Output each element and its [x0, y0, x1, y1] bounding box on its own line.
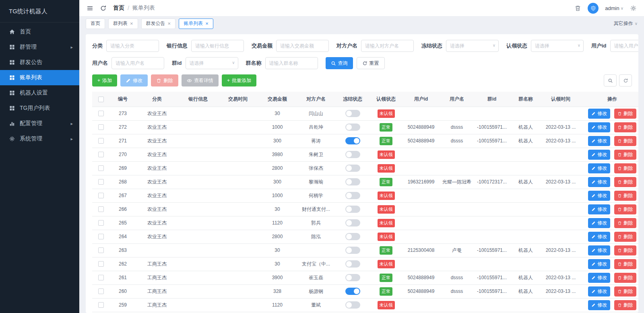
frozen-toggle[interactable] — [345, 192, 360, 199]
row-delete-button[interactable]: 删除 — [614, 204, 636, 214]
frozen-toggle[interactable] — [345, 260, 360, 268]
row-checkbox[interactable] — [98, 275, 104, 280]
row-edit-button[interactable]: 修改 — [588, 259, 610, 269]
frozen-toggle[interactable] — [345, 124, 360, 131]
frozen-toggle[interactable] — [345, 301, 360, 309]
sidebar-item[interactable]: 首页 ▸ — [0, 24, 79, 39]
row-checkbox[interactable] — [98, 179, 104, 185]
row-edit-button[interactable]: 修改 — [588, 122, 610, 132]
frozen-toggle[interactable] — [345, 110, 360, 117]
row-checkbox[interactable] — [98, 165, 104, 171]
row-checkbox[interactable] — [98, 234, 104, 239]
row-delete-button[interactable]: 删除 — [614, 245, 636, 255]
row-edit-button[interactable]: 修改 — [588, 191, 610, 201]
table-refresh-button[interactable] — [619, 74, 632, 86]
row-edit-button[interactable]: 修改 — [588, 232, 610, 242]
row-delete-button[interactable]: 删除 — [614, 259, 636, 269]
row-delete-button[interactable]: 删除 — [614, 218, 636, 228]
frozen-toggle[interactable] — [345, 247, 360, 254]
row-delete-button[interactable]: 删除 — [614, 136, 636, 146]
frozen-toggle[interactable] — [345, 206, 360, 213]
frozen-toggle[interactable] — [345, 151, 360, 158]
select-all-checkbox[interactable] — [98, 97, 104, 102]
row-edit-button[interactable]: 修改 — [588, 204, 610, 214]
row-checkbox[interactable] — [98, 302, 104, 308]
row-delete-button[interactable]: 删除 — [614, 163, 636, 173]
avatar[interactable] — [588, 3, 599, 14]
refresh-icon[interactable] — [100, 5, 107, 12]
row-delete-button[interactable]: 删除 — [614, 177, 636, 187]
view-detail-button[interactable]: 查看详情 — [182, 74, 219, 86]
sidebar-item[interactable]: 系统管理 ▸ — [0, 131, 79, 146]
row-delete-button[interactable]: 删除 — [614, 232, 636, 242]
row-edit-button[interactable]: 修改 — [588, 163, 610, 173]
row-checkbox[interactable] — [98, 288, 104, 294]
filter-input[interactable] — [361, 40, 414, 52]
row-checkbox[interactable] — [98, 124, 104, 130]
row-edit-button[interactable]: 修改 — [588, 218, 610, 228]
breadcrumb-home[interactable]: 首页 — [113, 4, 124, 12]
row-delete-button[interactable]: 删除 — [614, 286, 636, 297]
frozen-toggle[interactable] — [345, 274, 360, 281]
sidebar-item[interactable]: 账单列表 ▸ — [0, 70, 79, 85]
filter-input[interactable] — [186, 57, 238, 69]
frozen-toggle[interactable] — [345, 178, 360, 185]
row-edit-button[interactable]: 修改 — [588, 136, 610, 146]
filter-input[interactable] — [106, 40, 159, 52]
filter-input[interactable] — [191, 40, 244, 52]
row-delete-button[interactable]: 删除 — [614, 191, 636, 201]
filter-input[interactable] — [610, 40, 638, 52]
trash-icon[interactable] — [574, 5, 581, 12]
sidebar-item[interactable]: 群发公告 ▸ — [0, 55, 79, 70]
tab-close-icon[interactable]: × — [205, 21, 208, 26]
page-tab[interactable]: 首页 × — [86, 19, 105, 29]
sidebar-item[interactable]: 群管理 ▸ — [0, 39, 79, 55]
tab-close-icon[interactable]: × — [168, 21, 171, 26]
row-edit-button[interactable]: 修改 — [588, 273, 610, 283]
more-operations-dropdown[interactable]: 其它操作 ∨ — [614, 20, 638, 27]
tab-close-icon[interactable]: × — [130, 21, 133, 26]
sidebar-item[interactable]: TG用户列表 ▸ — [0, 101, 79, 116]
add-button[interactable]: + 添加 — [92, 74, 117, 86]
page-tab[interactable]: 账单列表 × — [179, 19, 213, 29]
frozen-toggle[interactable] — [345, 165, 360, 172]
frozen-toggle[interactable] — [345, 288, 360, 295]
search-button[interactable]: 查询 — [326, 57, 353, 69]
filter-input[interactable] — [446, 40, 499, 52]
row-checkbox[interactable] — [98, 152, 104, 157]
table-search-toggle-button[interactable] — [604, 74, 617, 86]
row-edit-button[interactable]: 修改 — [588, 300, 610, 310]
edit-toolbar-button[interactable]: 修改 — [120, 74, 148, 86]
row-delete-button[interactable]: 删除 — [614, 273, 636, 283]
row-edit-button[interactable]: 修改 — [588, 150, 610, 160]
row-edit-button[interactable]: 修改 — [588, 109, 610, 119]
delete-toolbar-button[interactable]: 删除 — [151, 74, 178, 86]
row-delete-button[interactable]: 删除 — [614, 109, 636, 119]
row-checkbox[interactable] — [98, 193, 104, 198]
hamburger-menu-icon[interactable] — [87, 5, 93, 12]
row-delete-button[interactable]: 删除 — [614, 300, 636, 310]
filter-input[interactable] — [531, 40, 584, 52]
row-checkbox[interactable] — [98, 138, 104, 144]
row-checkbox[interactable] — [98, 111, 104, 116]
filter-input[interactable] — [276, 40, 329, 52]
row-checkbox[interactable] — [98, 247, 104, 253]
frozen-toggle[interactable] — [345, 137, 360, 144]
filter-input[interactable] — [265, 57, 318, 69]
sidebar-item[interactable]: 配置管理 ▸ — [0, 116, 79, 131]
frozen-toggle[interactable] — [345, 233, 360, 240]
batch-add-button[interactable]: + 批量添加 — [222, 74, 256, 86]
row-checkbox[interactable] — [98, 220, 104, 226]
row-checkbox[interactable] — [98, 261, 104, 267]
sidebar-item[interactable]: 机器人设置 ▸ — [0, 85, 79, 101]
page-tab[interactable]: 群列表 × — [108, 19, 138, 29]
row-checkbox[interactable] — [98, 206, 104, 212]
row-delete-button[interactable]: 删除 — [614, 122, 636, 132]
row-delete-button[interactable]: 删除 — [614, 150, 636, 160]
settings-gear-icon[interactable] — [630, 5, 637, 12]
page-tab[interactable]: 群发公告 × — [141, 19, 176, 29]
row-edit-button[interactable]: 修改 — [588, 286, 610, 297]
row-edit-button[interactable]: 修改 — [588, 177, 610, 187]
frozen-toggle[interactable] — [345, 219, 360, 227]
reset-button[interactable]: 重置 — [357, 57, 385, 69]
